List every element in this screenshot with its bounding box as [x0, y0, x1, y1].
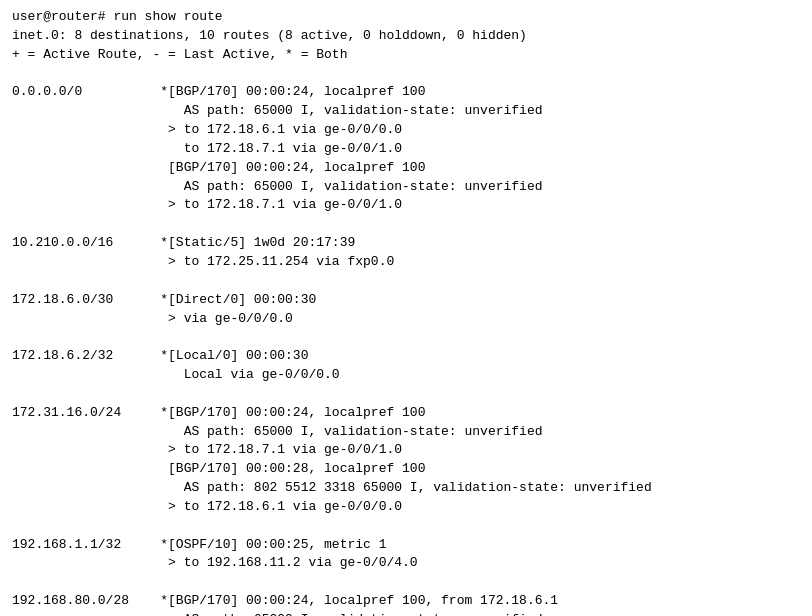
terminal-output: user@router# run show route inet.0: 8 de… [12, 8, 800, 616]
